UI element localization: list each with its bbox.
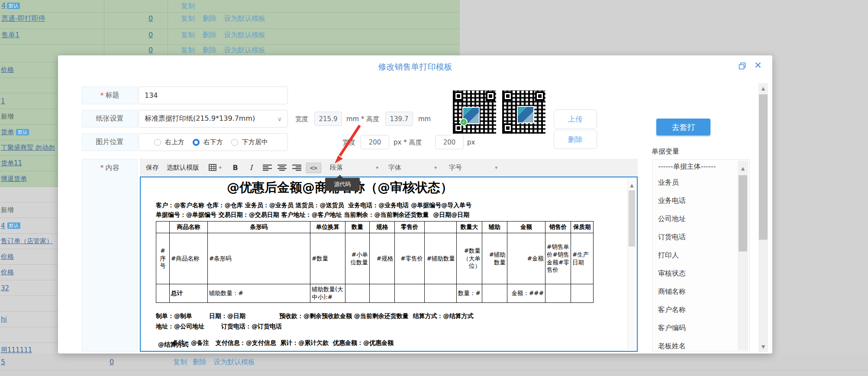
table-dropdown-caret-icon[interactable]: ▾ bbox=[219, 165, 222, 170]
paper-select[interactable]: 标准票据打印纸(215.9*139.7mm) ∨ bbox=[139, 110, 288, 128]
set-default-link[interactable]: 设为默认模板 bbox=[224, 14, 265, 23]
count-link[interactable]: 0 bbox=[148, 14, 153, 22]
close-icon[interactable]: ✕ bbox=[754, 60, 762, 71]
source-code-button[interactable]: <> bbox=[306, 163, 321, 173]
set-default-link[interactable]: 设为默认模板 bbox=[224, 31, 265, 40]
required-mark: * bbox=[100, 164, 104, 172]
source-code-tooltip: 源代码 bbox=[325, 178, 360, 191]
bold-button[interactable]: B bbox=[233, 164, 238, 172]
radio-top-right-label[interactable]: 右上方 bbox=[165, 138, 184, 146]
radio-bottom-center[interactable] bbox=[231, 139, 238, 146]
template-name-link[interactable]: 售单1 bbox=[1, 31, 19, 40]
scrollbar-thumb[interactable] bbox=[759, 94, 768, 240]
table-total-row: 总计 辅助数量：# 辅助数量(大中小):# 数量：# 金额：### bbox=[156, 284, 594, 303]
row-link[interactable]: 售订单（店管家） bbox=[1, 237, 53, 245]
set-default-link[interactable]: 设为默认模板 bbox=[213, 358, 255, 367]
restore-window-icon[interactable] bbox=[739, 62, 746, 71]
row-link[interactable]: 货单11 bbox=[1, 159, 22, 167]
row-link[interactable]: 5 bbox=[1, 358, 5, 366]
align-left-icon[interactable] bbox=[263, 164, 272, 171]
radio-bottom-right-label[interactable]: 右下方 bbox=[203, 138, 223, 146]
variable-item[interactable]: 商铺名称 bbox=[653, 283, 749, 301]
default-badge: 默认 bbox=[7, 3, 20, 9]
align-right-icon[interactable] bbox=[292, 164, 301, 171]
delete-button[interactable]: 删除 bbox=[554, 130, 597, 149]
paper-field-label: 纸张设置 bbox=[82, 110, 138, 128]
save-button[interactable]: 保存 bbox=[146, 164, 159, 172]
delete-link[interactable]: 删除 bbox=[203, 46, 216, 55]
row-link[interactable]: 4 bbox=[1, 222, 5, 230]
select-default-template-button[interactable]: 选默认模版 bbox=[167, 164, 199, 172]
scrollbar-thumb[interactable] bbox=[739, 175, 747, 251]
variable-item[interactable]: 公司地址 bbox=[653, 210, 749, 228]
font-family-dropdown[interactable]: 字体 ▾ bbox=[388, 164, 437, 172]
count-link[interactable]: 0 bbox=[148, 31, 153, 39]
height-px-input[interactable] bbox=[435, 135, 464, 149]
upload-button[interactable]: 上传 bbox=[554, 109, 597, 129]
template-name-link[interactable]: 4 bbox=[1, 1, 6, 10]
background-table: 4 默认 复制 票通-即打即停 0 复制 删除 设为默认模板 售单1 0 复制 … bbox=[0, 0, 460, 55]
variable-item[interactable]: 订货电话 bbox=[653, 228, 749, 246]
radio-bottom-right[interactable] bbox=[193, 139, 200, 146]
scroll-down-icon[interactable]: ▼ bbox=[758, 344, 768, 350]
delete-link[interactable]: 删除 bbox=[203, 14, 216, 23]
row-link[interactable]: hi bbox=[1, 315, 7, 323]
go-overprint-button[interactable]: 去套打 bbox=[656, 119, 710, 135]
chevron-down-icon: ▾ bbox=[495, 165, 497, 170]
editor-scrollbar[interactable]: ▲ bbox=[627, 178, 636, 350]
count-link[interactable]: 0 bbox=[110, 358, 114, 366]
scrollbar-thumb[interactable] bbox=[629, 190, 635, 247]
width-mm-input[interactable] bbox=[314, 112, 342, 126]
insert-table-icon[interactable] bbox=[209, 164, 218, 171]
row-link[interactable]: 1 bbox=[1, 97, 5, 105]
delete-link[interactable]: 删除 bbox=[193, 358, 207, 367]
row-label: 新增 bbox=[1, 112, 14, 121]
scroll-up-icon[interactable]: ▲ bbox=[628, 178, 636, 188]
row-link[interactable]: 价格 bbox=[1, 268, 14, 276]
row-link[interactable]: 32 bbox=[1, 284, 9, 292]
height-mm-input[interactable] bbox=[385, 112, 413, 126]
template-items-table: 商品名称 条形码 单位换算 数量 规格 零售价 数量大 辅助 金额 销售价 保质… bbox=[156, 221, 594, 303]
scroll-up-icon[interactable]: ▲ bbox=[738, 161, 748, 171]
variable-item[interactable]: 打印人 bbox=[653, 246, 749, 264]
template-name-link[interactable]: 票通-即打即停 bbox=[1, 14, 45, 23]
variables-list: ------单据主体------ 业务员 业务电话 公司地址 订货电话 打印人 … bbox=[652, 159, 750, 351]
radio-top-right[interactable] bbox=[154, 139, 161, 146]
copy-link[interactable]: 复制 bbox=[181, 31, 195, 40]
italic-button[interactable]: I bbox=[250, 164, 252, 172]
table-header-row: 商品名称 条形码 单位换算 数量 规格 零售价 数量大 辅助 金额 销售价 保质… bbox=[156, 222, 594, 233]
dialog-scrollbar[interactable]: ▲ ▼ bbox=[758, 83, 768, 352]
count-link[interactable]: 0 bbox=[148, 46, 153, 54]
copy-link[interactable]: 复制 bbox=[181, 14, 195, 23]
copy-link[interactable]: 复制 bbox=[181, 2, 195, 11]
set-default-link[interactable]: 设为默认模板 bbox=[224, 46, 265, 55]
scroll-up-icon[interactable]: ▲ bbox=[758, 83, 768, 91]
variables-scrollbar[interactable]: ▲ bbox=[738, 161, 748, 350]
row-link[interactable]: 价格 bbox=[1, 66, 14, 74]
template-footer-line: 制单：@制单 日期：@日期 预收款：@剩余预收款金额 @当前剩余还货数量 结算方… bbox=[156, 312, 474, 320]
font-size-dropdown[interactable]: 字号 ▾ bbox=[449, 164, 497, 172]
row-link[interactable]: 用111111 bbox=[1, 346, 32, 354]
radio-bottom-center-label[interactable]: 下方居中 bbox=[242, 138, 268, 146]
copy-link[interactable]: 复制 bbox=[181, 46, 195, 55]
delete-link[interactable]: 删除 bbox=[203, 31, 216, 40]
variable-item[interactable]: 审核状态 bbox=[653, 264, 749, 283]
variable-item[interactable]: 业务电话 bbox=[653, 192, 749, 210]
copy-link[interactable]: 复制 bbox=[173, 358, 187, 367]
row-link[interactable]: 丁聚盛商贸 勿动勿 bbox=[1, 144, 55, 152]
check-badge-icon: ✓ bbox=[460, 118, 468, 126]
row-link[interactable]: 价格 bbox=[1, 253, 14, 261]
variable-item[interactable]: 客户编码 bbox=[653, 319, 749, 337]
variable-item[interactable]: 业务员 bbox=[653, 174, 749, 192]
row-link[interactable]: 博退货单 bbox=[1, 175, 27, 183]
title-input[interactable] bbox=[139, 87, 288, 104]
variable-item[interactable]: 老板姓名 bbox=[653, 337, 749, 351]
width-px-input[interactable] bbox=[361, 135, 389, 149]
paragraph-dropdown[interactable]: 段落 ▾ bbox=[330, 164, 378, 172]
variable-item[interactable]: 客户名称 bbox=[653, 301, 749, 319]
image-position-label: 图片位置 bbox=[82, 133, 138, 151]
row-link[interactable]: 货单 bbox=[1, 128, 14, 136]
align-center-icon[interactable] bbox=[278, 164, 287, 171]
editor-content-area[interactable]: @优惠后金额@商铺名称（@审核状态） 客户：@客户名称 仓库：@仓库 业务员：@… bbox=[140, 177, 638, 352]
default-badge: 默认 bbox=[16, 129, 29, 135]
